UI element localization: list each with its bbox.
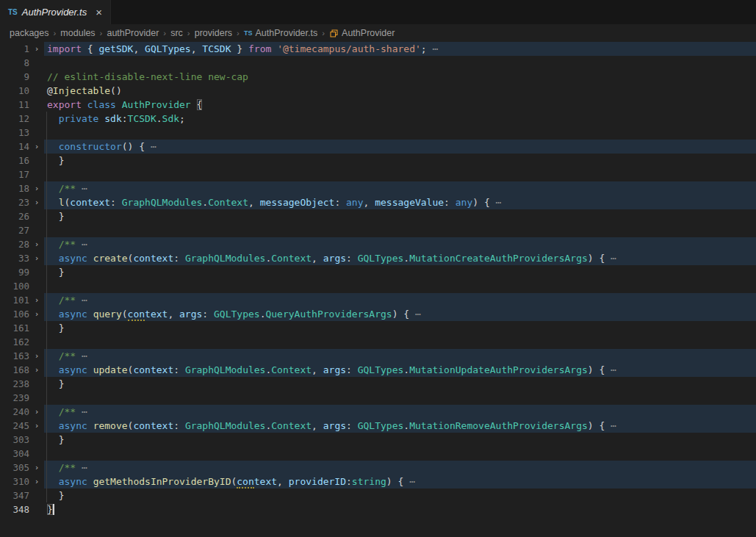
- fold-ellipsis[interactable]: ⋯: [432, 43, 438, 54]
- code-line-11[interactable]: 11export class AuthProvider {: [0, 98, 756, 112]
- code-editor[interactable]: 1›import { getSDK, GQLTypes, TCSDK } fro…: [0, 42, 756, 516]
- fold-chevron-icon[interactable]: ›: [29, 181, 44, 195]
- fold-ellipsis[interactable]: ⋯: [151, 141, 156, 152]
- line-number[interactable]: 10: [0, 84, 29, 98]
- line-number[interactable]: 23: [0, 195, 29, 209]
- code-line-245[interactable]: 245› async remove(context: GraphQLModule…: [0, 419, 756, 433]
- line-number[interactable]: 347: [0, 489, 29, 502]
- code-line-310[interactable]: 310› async getMethodsInProviderByID(cont…: [0, 475, 756, 489]
- line-number[interactable]: 239: [0, 391, 29, 405]
- line-number[interactable]: 348: [0, 502, 29, 516]
- fold-ellipsis[interactable]: ⋯: [409, 476, 415, 487]
- fold-chevron-icon[interactable]: ›: [29, 293, 44, 307]
- line-number[interactable]: 106: [0, 307, 29, 321]
- fold-ellipsis[interactable]: ⋯: [611, 364, 616, 375]
- line-number[interactable]: 99: [0, 265, 29, 279]
- code-line-1[interactable]: 1›import { getSDK, GQLTypes, TCSDK } fro…: [0, 42, 756, 56]
- code-line-161[interactable]: 161 }: [0, 321, 756, 335]
- code-line-33[interactable]: 33› async create(context: GraphQLModules…: [0, 251, 756, 265]
- breadcrumb-item-src[interactable]: src: [170, 28, 183, 38]
- code-line-347[interactable]: 347 }: [0, 489, 756, 502]
- fold-ellipsis[interactable]: ⋯: [82, 239, 87, 250]
- line-number[interactable]: 240: [0, 405, 29, 419]
- line-number[interactable]: 33: [0, 251, 29, 265]
- fold-ellipsis[interactable]: ⋯: [415, 309, 421, 320]
- fold-chevron-icon[interactable]: ›: [29, 140, 44, 154]
- line-number[interactable]: 305: [0, 461, 29, 475]
- code-line-101[interactable]: 101› /** ⋯: [0, 293, 756, 307]
- breadcrumb-item-modules[interactable]: modules: [60, 28, 95, 38]
- fold-chevron-icon[interactable]: ›: [29, 42, 44, 56]
- line-number[interactable]: 304: [0, 447, 29, 461]
- fold-chevron-icon[interactable]: ›: [29, 237, 44, 251]
- code-line-99[interactable]: 99 }: [0, 265, 756, 279]
- fold-chevron-icon[interactable]: ›: [29, 475, 44, 489]
- line-number[interactable]: 161: [0, 321, 29, 335]
- breadcrumb-item-authprovider-ts[interactable]: TSAuthProvider.ts: [244, 28, 317, 38]
- code-line-18[interactable]: 18› /** ⋯: [0, 181, 756, 195]
- line-number[interactable]: 238: [0, 377, 29, 391]
- breadcrumb-item-authprovider[interactable]: AuthProvider: [329, 28, 395, 38]
- code-line-106[interactable]: 106› async query(context, args: GQLTypes…: [0, 307, 756, 321]
- code-line-100[interactable]: 100: [0, 279, 756, 293]
- code-line-303[interactable]: 303 }: [0, 433, 756, 447]
- line-number[interactable]: 12: [0, 112, 29, 126]
- line-number[interactable]: 13: [0, 126, 29, 140]
- fold-ellipsis[interactable]: ⋯: [82, 350, 87, 361]
- code-line-10[interactable]: 10@Injectable(): [0, 84, 756, 98]
- line-number[interactable]: 27: [0, 223, 29, 237]
- code-line-23[interactable]: 23› l(context: GraphQLModules.Context, m…: [0, 195, 756, 209]
- line-number[interactable]: 168: [0, 363, 29, 377]
- fold-ellipsis[interactable]: ⋯: [82, 295, 87, 306]
- code-line-14[interactable]: 14› constructor() { ⋯: [0, 140, 756, 154]
- fold-ellipsis[interactable]: ⋯: [82, 406, 87, 417]
- fold-chevron-icon[interactable]: ›: [29, 461, 44, 475]
- fold-ellipsis[interactable]: ⋯: [82, 462, 87, 473]
- fold-ellipsis[interactable]: ⋯: [611, 253, 616, 264]
- fold-chevron-icon[interactable]: ›: [29, 307, 44, 321]
- code-line-27[interactable]: 27: [0, 223, 756, 237]
- fold-chevron-icon[interactable]: ›: [29, 195, 44, 209]
- close-tab-icon[interactable]: ×: [96, 7, 102, 18]
- code-line-239[interactable]: 239: [0, 391, 756, 405]
- breadcrumb-item-packages[interactable]: packages: [10, 28, 49, 38]
- fold-chevron-icon[interactable]: ›: [29, 349, 44, 363]
- code-line-12[interactable]: 12 private sdk:TCSDK.Sdk;: [0, 112, 756, 126]
- line-number[interactable]: 14: [0, 140, 29, 154]
- line-number[interactable]: 1: [0, 42, 29, 56]
- code-line-240[interactable]: 240› /** ⋯: [0, 405, 756, 419]
- line-number[interactable]: 26: [0, 209, 29, 223]
- fold-ellipsis[interactable]: ⋯: [611, 420, 616, 431]
- tab-authprovider[interactable]: TS AuthProvider.ts ×: [0, 0, 111, 24]
- line-number[interactable]: 162: [0, 335, 29, 349]
- line-number[interactable]: 100: [0, 279, 29, 293]
- line-number[interactable]: 11: [0, 98, 29, 112]
- code-line-163[interactable]: 163› /** ⋯: [0, 349, 756, 363]
- code-line-8[interactable]: 8: [0, 56, 756, 70]
- fold-ellipsis[interactable]: ⋯: [496, 197, 502, 208]
- line-number[interactable]: 16: [0, 154, 29, 167]
- code-line-304[interactable]: 304: [0, 447, 756, 461]
- breadcrumb-item-authprovider[interactable]: authProvider: [107, 28, 159, 38]
- line-number[interactable]: 101: [0, 293, 29, 307]
- line-number[interactable]: 310: [0, 475, 29, 489]
- code-line-162[interactable]: 162: [0, 335, 756, 349]
- code-line-168[interactable]: 168› async update(context: GraphQLModule…: [0, 363, 756, 377]
- code-line-13[interactable]: 13: [0, 126, 756, 140]
- line-number[interactable]: 163: [0, 349, 29, 363]
- code-line-16[interactable]: 16 }: [0, 154, 756, 167]
- code-line-348[interactable]: 348}: [0, 502, 756, 516]
- fold-chevron-icon[interactable]: ›: [29, 363, 44, 377]
- code-line-17[interactable]: 17: [0, 167, 756, 181]
- fold-chevron-icon[interactable]: ›: [29, 405, 44, 419]
- fold-chevron-icon[interactable]: ›: [29, 251, 44, 265]
- code-line-238[interactable]: 238 }: [0, 377, 756, 391]
- line-number[interactable]: 8: [0, 56, 29, 70]
- line-number[interactable]: 245: [0, 419, 29, 433]
- line-number[interactable]: 303: [0, 433, 29, 447]
- line-number[interactable]: 28: [0, 237, 29, 251]
- fold-ellipsis[interactable]: ⋯: [82, 183, 87, 194]
- fold-chevron-icon[interactable]: ›: [29, 419, 44, 433]
- line-number[interactable]: 17: [0, 167, 29, 181]
- code-line-305[interactable]: 305› /** ⋯: [0, 461, 756, 475]
